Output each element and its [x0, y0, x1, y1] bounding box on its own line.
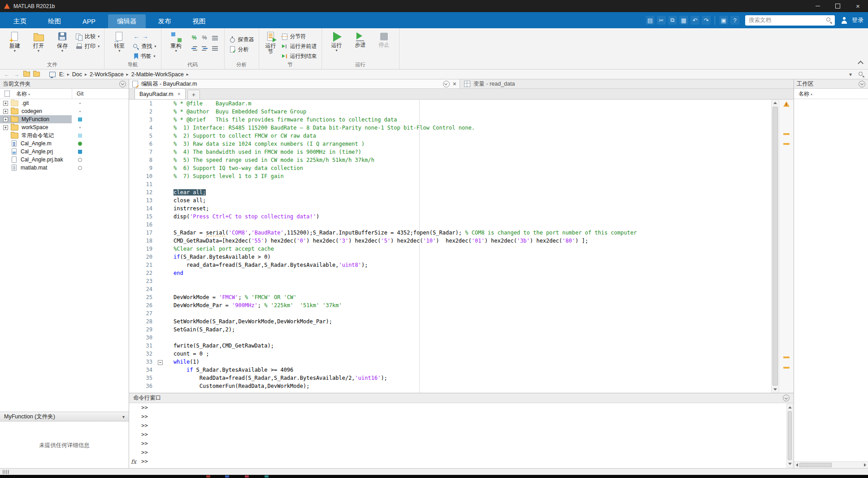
redo-icon[interactable]: ↷: [702, 16, 711, 25]
expand-icon[interactable]: [3, 109, 8, 114]
workspace-column-header[interactable]: 名称▴: [794, 89, 868, 99]
user-icon[interactable]: [841, 17, 848, 24]
git-column-header[interactable]: Git: [72, 89, 83, 99]
workspace-hscrollbar[interactable]: [794, 461, 868, 468]
editor-panel-header[interactable]: 编辑器 - BayuRadar.m ×: [129, 79, 460, 89]
scroll-left-icon[interactable]: [796, 463, 798, 467]
folder-up-icon[interactable]: ↑: [22, 71, 30, 78]
copy-icon[interactable]: ⧉: [668, 16, 677, 25]
scroll-right-icon[interactable]: [864, 463, 866, 467]
command-prompt[interactable]: >>: [129, 421, 786, 430]
cut-icon[interactable]: ✂: [657, 16, 666, 25]
scroll-up-icon[interactable]: [787, 404, 793, 411]
folder-item-Cal_Angle.prj[interactable]: Cal_Angle.prj: [0, 148, 129, 156]
ribbon-tab-视图[interactable]: 视图: [184, 14, 215, 28]
breadcrumb-segment[interactable]: E:: [59, 71, 65, 78]
command-prompt[interactable]: >>: [129, 412, 786, 421]
history-forward-icon[interactable]: →: [13, 71, 21, 78]
run-advance-button[interactable]: 运行并前进: [281, 42, 317, 51]
undo-icon[interactable]: ↶: [690, 16, 699, 25]
command-prompt[interactable]: >>: [129, 403, 786, 412]
save-button[interactable]: 保存▾: [52, 30, 73, 52]
ribbon-tab-编辑器[interactable]: 编辑器: [108, 14, 146, 28]
wrap-comments-icon[interactable]: [212, 35, 218, 41]
command-output[interactable]: >>>>>>>>>>>>>>: [129, 403, 786, 468]
run-to-end-button[interactable]: 运行到结束: [281, 52, 317, 61]
command-prompt[interactable]: >>: [129, 457, 786, 466]
folder-item-Cal_Angle.m[interactable]: Cal_Angle.m: [0, 139, 129, 148]
maximize-button[interactable]: [828, 0, 848, 12]
workspace-menu-icon[interactable]: [859, 81, 865, 87]
folder-item-codegen[interactable]: codegen: [0, 107, 129, 115]
uncomment-icon[interactable]: %: [201, 35, 208, 41]
save-icon[interactable]: ▤: [646, 16, 655, 25]
history-back-icon[interactable]: ←: [3, 71, 11, 78]
editor-menu-icon[interactable]: [443, 81, 450, 87]
code-editor[interactable]: 1% * @file BayuRadar.m2% * @author Buyu …: [129, 100, 771, 393]
breadcrumb-segment[interactable]: 2-Matble-WorkSpace: [131, 71, 184, 78]
compare-button[interactable]: 比较▾: [76, 32, 100, 41]
command-prompt[interactable]: >>: [129, 439, 786, 448]
breadcrumb-segment[interactable]: 2-WorkSpace: [90, 71, 124, 78]
navigate-back-icon[interactable]: ←: [133, 33, 139, 40]
print-button[interactable]: 打印▾: [76, 42, 100, 51]
command-scrollbar[interactable]: [786, 404, 793, 468]
smart-indent-icon[interactable]: [212, 45, 218, 52]
variables-panel-header[interactable]: 变量 - read_data: [460, 79, 794, 89]
breadcrumb-segment[interactable]: Doc: [72, 71, 82, 78]
scroll-down-icon[interactable]: [787, 461, 793, 467]
warning-mark[interactable]: [783, 133, 790, 135]
bookmark-button[interactable]: 书签▾: [133, 52, 156, 61]
tab-bayuradar[interactable]: BayuRadar.m ×: [135, 88, 186, 99]
warning-mark[interactable]: [783, 356, 790, 358]
address-dropdown-icon[interactable]: ▾: [846, 71, 855, 78]
indent-left-icon[interactable]: [201, 45, 208, 52]
scroll-up-icon[interactable]: [772, 100, 779, 106]
new-tab-button[interactable]: +: [187, 90, 200, 99]
ribbon-tab-主页[interactable]: 主页: [4, 14, 35, 28]
stop-button[interactable]: 停止: [374, 30, 395, 48]
folder-column-headers[interactable]: 名称▴ Git: [0, 89, 129, 99]
command-window-menu-icon[interactable]: [783, 395, 790, 401]
folder-item-常用命令笔记[interactable]: 常用命令笔记: [0, 131, 129, 139]
code-fold-icon[interactable]: [158, 360, 163, 365]
run-section-button[interactable]: 运行节: [264, 30, 278, 55]
search-icon[interactable]: [826, 17, 832, 23]
analyze-button[interactable]: 分析: [229, 45, 254, 54]
doc-search-box[interactable]: [745, 15, 835, 26]
comment-icon[interactable]: %: [191, 35, 198, 41]
folder-item-.git[interactable]: .git: [0, 99, 129, 107]
browse-folder-icon[interactable]: [32, 71, 40, 78]
tab-close-icon[interactable]: ×: [178, 91, 181, 97]
minimize-button[interactable]: [807, 0, 828, 12]
current-folder-menu-icon[interactable]: [119, 81, 126, 87]
folder-item-MyFunction[interactable]: MyFunction: [0, 115, 129, 123]
address-search-icon[interactable]: [857, 71, 865, 78]
ribbon-tab-APP[interactable]: APP: [74, 14, 104, 28]
folder-item-workSpace[interactable]: workSpace: [0, 123, 129, 131]
layout-icon[interactable]: ▣: [719, 16, 728, 25]
help-icon[interactable]: ?: [730, 16, 739, 25]
folder-item-Cal_Angle.prj.bak[interactable]: Cal_Angle.prj.bak: [0, 156, 129, 164]
ribbon-tab-绘图[interactable]: 绘图: [39, 14, 70, 28]
name-column-header[interactable]: 名称▴: [16, 90, 30, 98]
details-header[interactable]: MyFunction (文件夹) ▾: [0, 412, 129, 422]
find-button[interactable]: 查找▾: [133, 42, 156, 51]
scrollbar-thumb[interactable]: [773, 107, 778, 386]
expand-icon[interactable]: [3, 101, 8, 106]
doc-search-input[interactable]: [748, 17, 823, 24]
goto-button[interactable]: → 转至▾: [109, 30, 130, 52]
run-button[interactable]: 运行▾: [326, 30, 347, 52]
folder-item-matlab.mat[interactable]: matlab.mat: [0, 164, 129, 172]
paste-icon[interactable]: ▦: [679, 16, 688, 25]
warning-summary-icon[interactable]: [783, 101, 790, 107]
warning-mark[interactable]: [783, 367, 790, 369]
editor-close-icon[interactable]: ×: [453, 81, 456, 87]
collapse-ribbon-icon[interactable]: [858, 61, 864, 66]
signin-button[interactable]: 登录: [852, 16, 864, 24]
section-break-button[interactable]: 分节符: [281, 32, 317, 41]
scrollbar-thumb[interactable]: [799, 463, 832, 467]
step-button[interactable]: 步进: [350, 30, 371, 48]
scroll-down-icon[interactable]: [772, 386, 779, 393]
warning-mark[interactable]: [783, 143, 790, 145]
